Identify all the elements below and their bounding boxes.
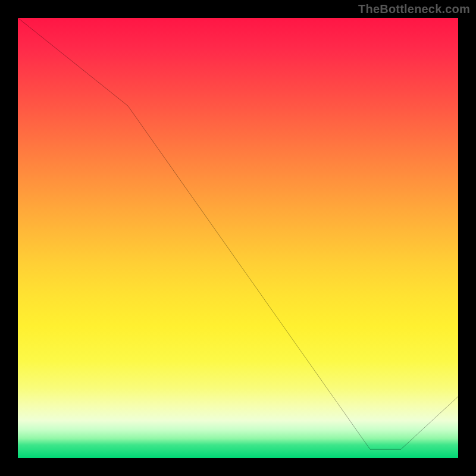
chart-stage: TheBottleneck.com [0,0,476,476]
line-series [18,18,458,458]
plot-area [17,17,459,459]
series-path [18,18,458,449]
watermark-text: TheBottleneck.com [358,2,470,16]
